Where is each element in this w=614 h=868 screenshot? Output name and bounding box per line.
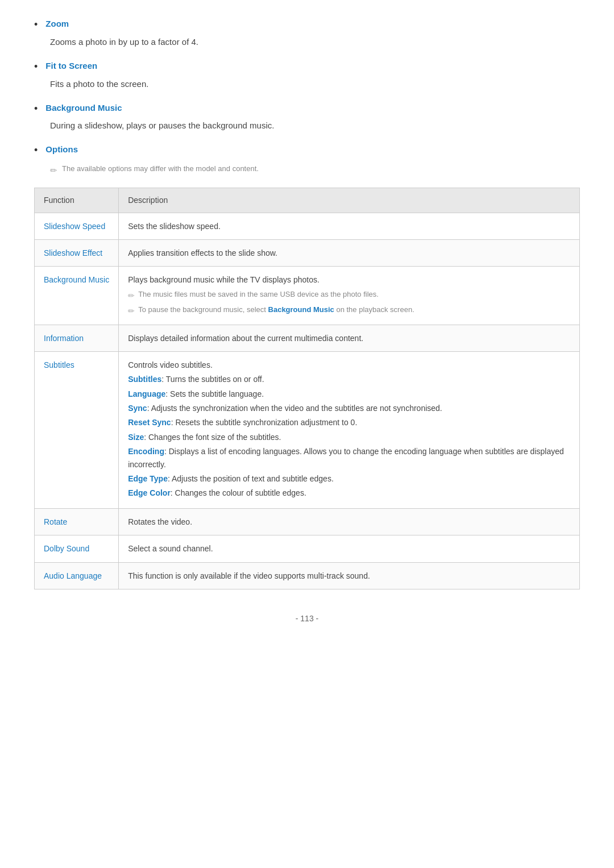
fit-to-screen-description: Fits a photo to the screen. (50, 77, 580, 91)
description-dolby-sound: Select a sound channel. (119, 535, 580, 562)
subtitles-content-4: : Resets the subtitle synchronization ad… (171, 418, 358, 427)
table-row: Audio Language This function is only ava… (35, 562, 580, 589)
function-slideshow-effect: Slideshow Effect (35, 239, 119, 266)
pencil-icon-1: ✏ (128, 289, 135, 302)
bg-music-main-text: Plays background music while the TV disp… (128, 273, 570, 286)
subtitles-main: Controls video subtitles. (128, 359, 570, 371)
page-footer: - 113 - (34, 612, 580, 625)
bullet-zoom: • Zoom Zooms a photo in by up to a facto… (34, 17, 580, 49)
bg-music-note-2: ✏ To pause the background music, select … (128, 304, 570, 317)
description-subtitles: Controls video subtitles. Subtitles: Tur… (119, 351, 580, 508)
subtitles-label-8: Edge Color (128, 488, 171, 497)
function-dolby-sound: Dolby Sound (35, 535, 119, 562)
subtitles-content-8: : Changes the colour of subtitle edges. (171, 488, 306, 497)
rotate-text: Rotates the video. (128, 517, 192, 526)
table-header-row: Function Description (35, 188, 580, 213)
options-note-text: The available options may differ with th… (62, 163, 259, 175)
table-row: Dolby Sound Select a sound channel. (35, 535, 580, 562)
subtitles-label-5: Size (128, 433, 144, 442)
description-information: Displays detailed information about the … (119, 325, 580, 351)
function-audio-language: Audio Language (35, 562, 119, 589)
description-audio-language: This function is only available if the v… (119, 562, 580, 589)
subtitles-content-1: : Turns the subtitles on or off. (161, 375, 264, 384)
subtitles-content-2: : Sets the subtitle language. (165, 389, 264, 398)
description-slideshow-effect: Applies transition effects to the slide … (119, 239, 580, 266)
information-text: Displays detailed information about the … (128, 334, 363, 343)
subtitles-label-7: Edge Type (128, 474, 168, 483)
pencil-icon: ✏ (50, 164, 57, 177)
subtitles-label-2: Language (128, 389, 165, 398)
page-number: - 113 - (296, 614, 318, 623)
subtitles-label-3: Sync (128, 404, 147, 413)
bg-music-highlight: Background Music (268, 305, 334, 314)
table-row: Information Displays detailed informatio… (35, 325, 580, 351)
bullet-fit-to-screen: • Fit to Screen Fits a photo to the scre… (34, 59, 580, 91)
subtitles-line-6: Encoding: Displays a list of encoding la… (128, 445, 570, 471)
bg-music-note-1: ✏ The music files must be saved in the s… (128, 289, 570, 302)
slideshow-effect-text: Applies transition effects to the slide … (128, 248, 277, 258)
audio-language-text: This function is only available if the v… (128, 571, 370, 580)
table-row: Rotate Rotates the video. (35, 508, 580, 535)
description-slideshow-speed: Sets the slideshow speed. (119, 213, 580, 239)
table-row: Slideshow Speed Sets the slideshow speed… (35, 213, 580, 239)
subtitles-content-6: : Displays a list of encoding languages.… (128, 447, 564, 468)
bg-music-note-2-text: To pause the background music, select Ba… (138, 304, 414, 316)
background-music-title: Background Music (45, 101, 122, 115)
subtitles-line-2: Language: Sets the subtitle language. (128, 388, 570, 400)
function-slideshow-speed: Slideshow Speed (35, 213, 119, 239)
bg-music-note-1-text: The music files must be saved in the sam… (138, 289, 379, 301)
column-description: Description (119, 188, 580, 213)
function-subtitles: Subtitles (35, 351, 119, 508)
bullet-options: • Options ✏ The available options may di… (34, 143, 580, 177)
dolby-sound-text: Select a sound channel. (128, 544, 213, 553)
bg-music-note-2-after: on the playback screen. (334, 305, 414, 314)
table-row: Slideshow Effect Applies transition effe… (35, 239, 580, 266)
zoom-description: Zooms a photo in by up to a factor of 4. (50, 35, 580, 49)
subtitles-content-5: : Changes the font size of the subtitles… (144, 433, 281, 442)
function-background-music: Background Music (35, 267, 119, 325)
subtitles-line-8: Edge Color: Changes the colour of subtit… (128, 487, 570, 499)
options-note: ✏ The available options may differ with … (50, 163, 580, 177)
bullet-dot-music: • (34, 101, 38, 117)
table-row: Subtitles Controls video subtitles. Subt… (35, 351, 580, 508)
subtitles-line-7: Edge Type: Adjusts the position of text … (128, 472, 570, 485)
description-background-music: Plays background music while the TV disp… (119, 267, 580, 325)
bullet-background-music: • Background Music During a slideshow, p… (34, 101, 580, 133)
function-information: Information (35, 325, 119, 351)
subtitles-line-3: Sync: Adjusts the synchronization when t… (128, 402, 570, 414)
pencil-icon-2: ✏ (128, 305, 135, 317)
column-function: Function (35, 188, 119, 213)
options-title: Options (45, 143, 78, 156)
bullet-dot-zoom: • (34, 16, 38, 33)
bullet-dot-fit: • (34, 59, 38, 75)
subtitles-label-1: Subtitles (128, 375, 161, 384)
subtitles-content-3: : Adjusts the synchronization when the v… (147, 404, 442, 413)
bullet-list: • Zoom Zooms a photo in by up to a facto… (34, 17, 580, 177)
zoom-title: Zoom (45, 17, 69, 31)
subtitles-label-6: Encoding (128, 447, 164, 456)
table-row: Background Music Plays background music … (35, 267, 580, 325)
slideshow-speed-text: Sets the slideshow speed. (128, 222, 221, 231)
subtitles-line-5: Size: Changes the font size of the subti… (128, 431, 570, 443)
subtitles-line-4: Reset Sync: Resets the subtitle synchron… (128, 416, 570, 429)
fit-to-screen-title: Fit to Screen (45, 59, 97, 73)
subtitles-line-1: Subtitles: Turns the subtitles on or off… (128, 373, 570, 385)
bullet-dot-options: • (34, 142, 38, 159)
subtitles-content-7: : Adjusts the position of text and subti… (168, 474, 334, 483)
description-rotate: Rotates the video. (119, 508, 580, 535)
function-rotate: Rotate (35, 508, 119, 535)
background-music-description: During a slideshow, plays or pauses the … (50, 119, 580, 132)
subtitles-label-4: Reset Sync (128, 418, 171, 427)
options-table: Function Description Slideshow Speed Set… (34, 188, 580, 589)
